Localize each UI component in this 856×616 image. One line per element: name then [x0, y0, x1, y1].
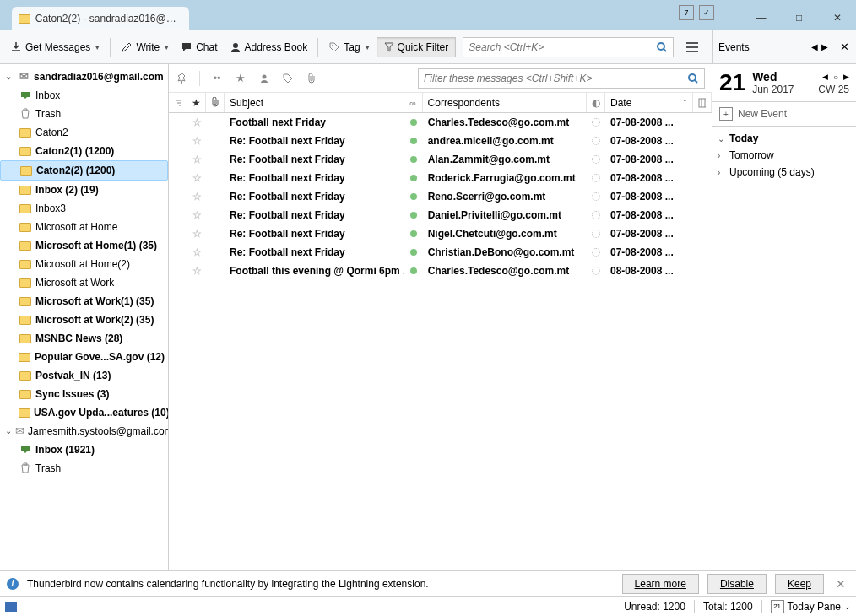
search-icon[interactable] — [687, 73, 699, 84]
star-icon[interactable]: ☆ — [192, 191, 202, 203]
attachment-column[interactable] — [206, 93, 225, 112]
star-column[interactable]: ★ — [187, 93, 206, 112]
events-section[interactable]: ›Upcoming (5 days) — [712, 164, 856, 181]
folder-node[interactable]: MSNBC News (28) — [0, 329, 168, 348]
maximize-button[interactable]: □ — [780, 5, 818, 30]
twisty-icon[interactable]: › — [718, 151, 726, 160]
folder-node[interactable]: Popular Gove...SA.gov (12) — [0, 348, 168, 366]
read-status-icon[interactable] — [410, 230, 417, 237]
folder-node[interactable]: Inbox (1921) — [0, 440, 168, 459]
read-status-icon[interactable] — [410, 119, 417, 126]
chevron-down-icon[interactable]: ▾ — [165, 43, 169, 51]
junk-status-icon[interactable] — [592, 137, 600, 145]
message-filter-input[interactable] — [424, 73, 687, 84]
attachment-filter-icon[interactable] — [305, 73, 318, 84]
calendar-tab-button[interactable]: 7 — [679, 5, 694, 20]
read-status-icon[interactable] — [410, 138, 417, 144]
message-row[interactable]: ☆Football next FridayCharles.Tedesco@go.… — [169, 113, 712, 132]
global-search[interactable] — [463, 37, 674, 57]
subject-column[interactable]: Subject — [225, 93, 404, 112]
folder-node[interactable]: Postvak_IN (13) — [0, 366, 168, 385]
prev-day-button[interactable]: ◀ — [822, 73, 828, 81]
unread-filter-icon[interactable]: •• — [210, 72, 224, 84]
read-status-icon[interactable] — [410, 156, 417, 163]
events-close-button[interactable]: ✕ — [838, 41, 851, 53]
message-row[interactable]: ☆Re: Football next FridayDaniel.Privitel… — [169, 206, 712, 224]
column-picker[interactable] — [693, 93, 712, 112]
folder-node[interactable]: Microsoft at Home(2) — [0, 255, 168, 273]
folder-node[interactable]: Inbox — [0, 86, 168, 105]
message-row[interactable]: ☆Re: Football next FridayAlan.Zammit@go.… — [169, 150, 712, 169]
read-status-icon[interactable] — [410, 212, 417, 219]
tasks-tab-button[interactable]: ✓ — [699, 5, 714, 20]
today-button[interactable]: ○ — [833, 73, 838, 82]
close-button[interactable]: ✕ — [818, 5, 856, 30]
chat-button[interactable]: Chat — [176, 38, 222, 57]
junk-status-icon[interactable] — [592, 211, 600, 219]
read-status-icon[interactable] — [410, 175, 417, 181]
star-icon[interactable]: ☆ — [192, 135, 202, 147]
chevron-down-icon[interactable]: ▾ — [95, 43, 100, 51]
junk-status-icon[interactable] — [592, 192, 600, 201]
search-icon[interactable] — [656, 41, 668, 53]
keep-button[interactable]: Keep — [775, 574, 824, 594]
folder-node[interactable]: Inbox (2) (19) — [0, 181, 168, 199]
events-section[interactable]: ›Tomorrow — [712, 147, 856, 164]
message-row[interactable]: ☆Re: Football next FridayRoderick.Farrug… — [169, 169, 712, 187]
folder-node[interactable]: Caton2 — [0, 123, 168, 142]
tag-filter-icon[interactable] — [281, 73, 295, 84]
folder-node[interactable]: Inbox3 — [0, 199, 168, 218]
folder-node[interactable]: Microsoft at Home(1) (35) — [0, 236, 168, 255]
app-menu-button[interactable] — [680, 38, 704, 57]
events-prev-button[interactable]: ◀ — [810, 42, 820, 51]
next-day-button[interactable]: ▶ — [843, 73, 849, 81]
junk-status-icon[interactable] — [592, 248, 600, 257]
events-section[interactable]: ⌄Today — [712, 130, 856, 147]
folder-node[interactable]: Trash — [0, 459, 168, 478]
learn-more-button[interactable]: Learn more — [622, 574, 699, 594]
read-status-icon[interactable] — [410, 267, 417, 274]
today-pane-button[interactable]: 21 Today Pane ⌄ — [771, 600, 851, 613]
search-input[interactable] — [469, 41, 656, 53]
disable-button[interactable]: Disable — [707, 574, 767, 594]
minimize-button[interactable]: — — [742, 5, 780, 30]
folder-node[interactable]: Caton2(2) (1200) — [0, 160, 168, 181]
star-icon[interactable]: ☆ — [192, 228, 202, 240]
notification-close-button[interactable]: ✕ — [832, 577, 849, 591]
star-icon[interactable]: ☆ — [192, 116, 202, 128]
folder-node[interactable]: Microsoft at Work(2) (35) — [0, 311, 168, 329]
message-row[interactable]: ☆Re: Football next FridayChristian.DeBon… — [169, 243, 712, 262]
message-list[interactable]: ☆Football next FridayCharles.Tedesco@go.… — [169, 113, 712, 570]
junk-status-icon[interactable] — [592, 267, 600, 275]
folder-node[interactable]: Sync Issues (3) — [0, 385, 168, 403]
junk-status-icon[interactable] — [592, 230, 600, 238]
star-icon[interactable]: ☆ — [192, 265, 202, 277]
junk-status-icon[interactable] — [592, 174, 600, 182]
online-status-icon[interactable] — [5, 602, 17, 612]
junk-status-icon[interactable] — [592, 118, 600, 127]
starred-filter-icon[interactable]: ★ — [234, 72, 247, 84]
write-button[interactable]: Write ▾ — [116, 38, 174, 57]
account-node[interactable]: ⌄ ✉ sandradiaz016@gmail.com — [0, 68, 168, 86]
account-node[interactable]: ⌄ ✉ Jamesmith.systools@gmail.com — [0, 422, 168, 440]
pin-icon[interactable] — [176, 73, 189, 84]
star-icon[interactable]: ☆ — [192, 209, 202, 221]
get-messages-button[interactable]: Get Messages ▾ — [5, 38, 105, 57]
star-icon[interactable]: ☆ — [192, 246, 202, 258]
star-icon[interactable]: ☆ — [192, 154, 202, 165]
thread-column[interactable] — [169, 93, 187, 112]
message-filter-box[interactable] — [418, 68, 705, 89]
quick-filter-button[interactable]: Quick Filter — [377, 37, 457, 57]
address-book-button[interactable]: Address Book — [225, 38, 313, 57]
folder-node[interactable]: Microsoft at Work(1) (35) — [0, 292, 168, 311]
message-row[interactable]: ☆Football this evening @ Qormi 6pm ...Ch… — [169, 262, 712, 280]
folder-node[interactable]: Microsoft at Home — [0, 218, 168, 236]
twisty-icon[interactable]: ⌄ — [5, 69, 14, 84]
star-icon[interactable]: ☆ — [192, 172, 202, 184]
correspondents-column[interactable]: Correspondents — [423, 93, 587, 112]
twisty-icon[interactable]: › — [718, 168, 726, 177]
new-event-button[interactable]: + New Event — [712, 102, 856, 127]
tag-button[interactable]: Tag ▾ — [323, 38, 374, 57]
contact-filter-icon[interactable] — [257, 73, 271, 84]
twisty-icon[interactable]: ⌄ — [5, 424, 12, 439]
